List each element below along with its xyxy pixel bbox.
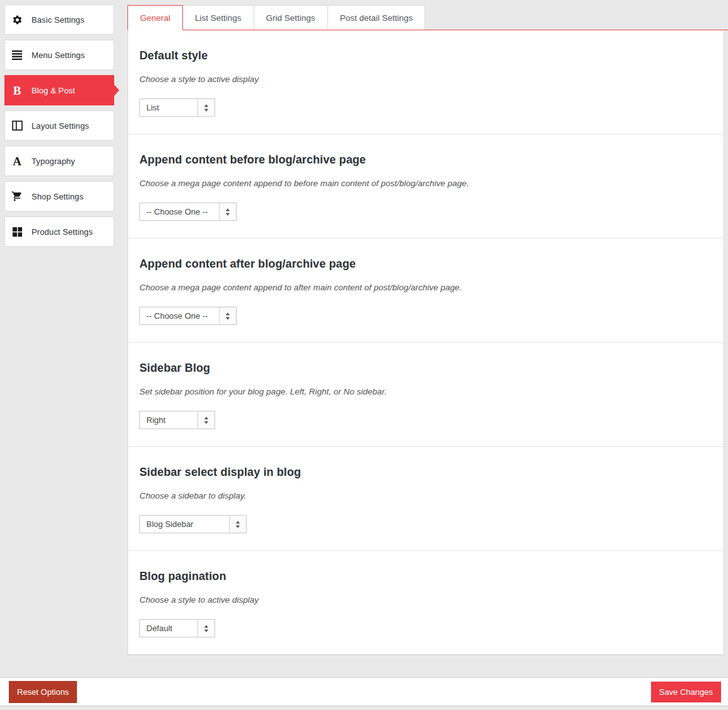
save-changes-button[interactable]: Save Changes — [651, 682, 721, 702]
setting-title: Blog pagination — [139, 570, 711, 583]
setting-section-default-style: Default style Choose a style to active d… — [128, 30, 724, 134]
tab-bar: General List Settings Grid Settings Post… — [127, 5, 728, 30]
menu-icon — [11, 49, 23, 61]
setting-section-sidebar-display: Sidebar select display in blog Choose a … — [128, 447, 724, 551]
sidebar-display-select[interactable]: Blog Sidebar — [139, 515, 247, 533]
setting-section-append-after: Append content after blog/archive page C… — [128, 239, 724, 343]
setting-title: Sidebar Blog — [139, 362, 711, 375]
sidebar-position-select[interactable]: Right — [139, 411, 215, 429]
sidebar-item-layout-settings[interactable]: Layout Settings — [4, 110, 114, 141]
settings-sidebar: Basic Settings Menu Settings B Blog & Po… — [4, 4, 114, 252]
select-arrows-icon — [229, 516, 246, 533]
grid-icon — [11, 225, 23, 238]
action-bar: Reset Options Save Changes — [0, 677, 728, 706]
select-arrows-icon — [219, 307, 236, 324]
sidebar-item-typography[interactable]: A Typography — [4, 146, 114, 176]
setting-description: Set sidebar position for your blog page.… — [139, 387, 711, 396]
sidebar-item-label: Blog & Post — [32, 86, 75, 95]
select-arrows-icon — [219, 203, 236, 220]
setting-section-blog-pagination: Blog pagination Choose a style to active… — [128, 551, 724, 655]
setting-description: Choose a mega page content append to aft… — [139, 283, 711, 292]
gear-icon — [11, 13, 23, 26]
sidebar-item-label: Basic Settings — [32, 15, 85, 25]
setting-title: Append content before blog/archive page — [139, 153, 711, 167]
select-value: -- Choose One -- — [140, 203, 219, 220]
sidebar-item-basic-settings[interactable]: Basic Settings — [4, 4, 114, 35]
sidebar-item-label: Shop Settings — [32, 192, 83, 201]
tab-list-settings[interactable]: List Settings — [182, 5, 254, 30]
select-arrows-icon — [197, 620, 214, 637]
select-value: List — [140, 99, 197, 116]
tab-general[interactable]: General — [127, 5, 183, 30]
tab-post-detail-settings[interactable]: Post detail Settings — [327, 5, 426, 30]
layout-icon — [11, 119, 23, 132]
tab-grid-settings[interactable]: Grid Settings — [254, 5, 328, 30]
setting-section-append-before: Append content before blog/archive page … — [128, 134, 724, 239]
setting-title: Append content after blog/archive page — [139, 257, 711, 271]
active-item-pointer — [114, 84, 119, 97]
select-value: Default — [140, 620, 197, 637]
sidebar-item-label: Product Settings — [32, 227, 93, 237]
setting-title: Sidebar select display in blog — [139, 466, 711, 479]
cart-icon — [11, 190, 23, 203]
sidebar-item-blog-and-post[interactable]: B Blog & Post — [4, 75, 114, 105]
setting-description: Choose a sidebar to display. — [139, 491, 711, 500]
settings-main: General List Settings Grid Settings Post… — [127, 5, 728, 655]
letter-a-icon: A — [11, 155, 23, 167]
setting-description: Choose a style to active display — [139, 595, 711, 605]
default-style-select[interactable]: List — [139, 98, 215, 117]
select-value: Right — [140, 411, 197, 429]
settings-panel: Default style Choose a style to active d… — [127, 30, 724, 655]
select-arrows-icon — [197, 99, 214, 116]
sidebar-item-shop-settings[interactable]: Shop Settings — [4, 181, 114, 211]
sidebar-item-menu-settings[interactable]: Menu Settings — [4, 40, 114, 70]
select-value: Blog Sidebar — [140, 516, 229, 533]
setting-title: Default style — [139, 49, 711, 62]
select-value: -- Choose One -- — [140, 307, 219, 324]
setting-description: Choose a style to active display — [139, 74, 711, 84]
sidebar-item-product-settings[interactable]: Product Settings — [4, 216, 114, 247]
letter-b-icon: B — [11, 84, 23, 97]
setting-description: Choose a mega page content append to bef… — [139, 179, 711, 188]
pagination-select[interactable]: Default — [139, 619, 215, 637]
reset-options-button[interactable]: Reset Options — [9, 681, 77, 703]
sidebar-item-label: Layout Settings — [32, 121, 89, 131]
sidebar-item-label: Menu Settings — [32, 50, 85, 60]
append-after-select[interactable]: -- Choose One -- — [139, 307, 237, 325]
append-before-select[interactable]: -- Choose One -- — [139, 203, 237, 221]
select-arrows-icon — [197, 411, 214, 429]
sidebar-item-label: Typography — [32, 157, 75, 166]
setting-section-sidebar-blog: Sidebar Blog Set sidebar position for yo… — [128, 343, 724, 447]
